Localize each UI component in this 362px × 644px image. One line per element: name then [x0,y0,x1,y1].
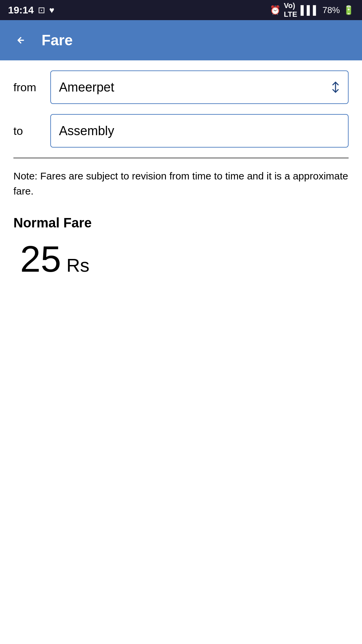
fare-amount-row: 25 Rs [13,240,349,277]
to-row: to [13,114,349,148]
main-content: from to Note: Fares are subject to revis… [0,60,362,287]
page-title: Fare [42,32,73,49]
status-bar-left: 19:14 ⊡ ♥ [8,4,54,16]
fare-amount: 25 [20,240,61,277]
swap-button[interactable] [328,79,343,95]
to-input-wrapper [50,114,349,148]
to-label: to [13,124,50,138]
from-input[interactable] [50,70,349,104]
divider [13,158,349,158]
signal-bars-icon: ▌▌▌ [301,5,319,15]
back-button[interactable] [10,30,32,51]
heart-icon: ♥ [49,5,54,15]
to-input[interactable] [50,114,349,148]
from-label: from [13,81,50,94]
alarm-icon: ⏰ [270,5,281,15]
battery-icon: 🔋 [343,5,354,15]
from-row: from [13,70,349,104]
fare-currency: Rs [66,254,89,276]
status-bar: 19:14 ⊡ ♥ ⏰ Vo)LTE ▌▌▌ 78% 🔋 [0,0,362,20]
note-text: Note: Fares are subject to revision from… [13,168,349,199]
battery-level: 78% [322,5,340,15]
status-bar-right: ⏰ Vo)LTE ▌▌▌ 78% 🔋 [270,1,354,19]
normal-fare-label: Normal Fare [13,215,349,230]
from-input-wrapper [50,70,349,104]
screenshot-icon: ⊡ [38,5,45,15]
app-bar: Fare [0,20,362,60]
status-time: 19:14 [8,4,34,16]
lte-icon: Vo)LTE [284,1,297,19]
